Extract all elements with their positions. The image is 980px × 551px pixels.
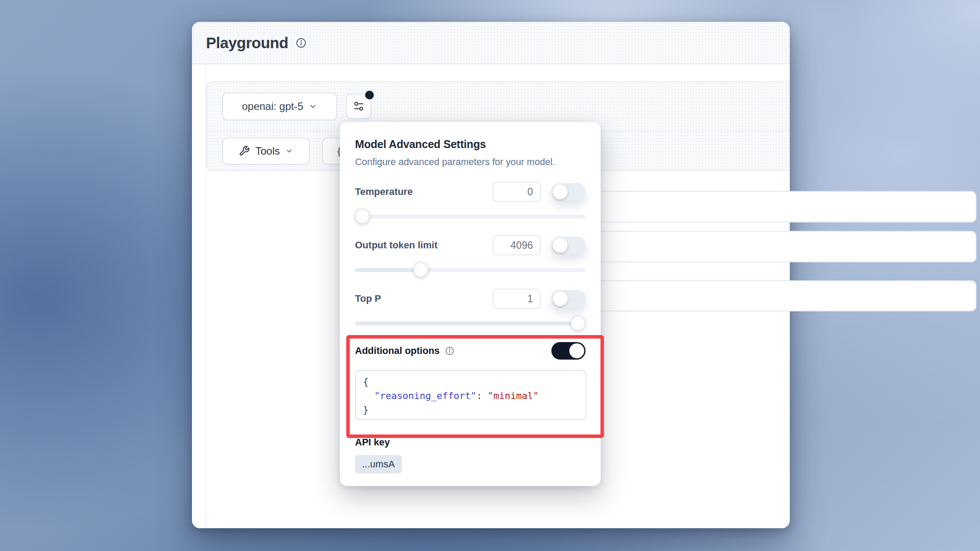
temperature-input[interactable] bbox=[493, 182, 541, 202]
info-icon[interactable] bbox=[445, 346, 454, 356]
model-settings-button[interactable] bbox=[346, 94, 371, 119]
code-open-brace: { bbox=[363, 376, 369, 387]
param-row-temperature: Temperature bbox=[355, 182, 586, 202]
code-key: "reasoning_effort" bbox=[374, 390, 476, 401]
settings-sliders-icon bbox=[353, 100, 365, 112]
model-advanced-settings-popover: Model Advanced Settings Configure advanc… bbox=[340, 122, 601, 486]
top-p-toggle[interactable] bbox=[551, 290, 586, 307]
top-p-input[interactable] bbox=[493, 289, 541, 309]
chevron-down-icon bbox=[309, 102, 317, 111]
popover-subtitle: Configure advanced parameters for your m… bbox=[355, 157, 586, 168]
api-key-label: API key bbox=[355, 437, 586, 448]
left-rail bbox=[192, 64, 206, 528]
temperature-toggle[interactable] bbox=[551, 183, 586, 201]
page-header: Playground bbox=[192, 22, 790, 64]
output-token-limit-label: Output token limit bbox=[355, 240, 482, 251]
code-indent bbox=[363, 390, 374, 401]
chevron-down-icon bbox=[285, 147, 293, 155]
additional-options-text: Additional options bbox=[355, 345, 440, 357]
slider-fill bbox=[355, 268, 421, 272]
settings-notification-dot bbox=[365, 91, 374, 99]
additional-options-label: Additional options bbox=[355, 345, 541, 357]
temperature-slider[interactable] bbox=[355, 209, 586, 224]
tools-button-label: Tools bbox=[255, 145, 280, 157]
tools-button[interactable]: Tools bbox=[222, 138, 310, 165]
info-icon[interactable] bbox=[295, 37, 307, 49]
toggle-knob bbox=[553, 238, 568, 253]
slider-thumb[interactable] bbox=[571, 316, 586, 331]
popover-title: Model Advanced Settings bbox=[355, 138, 586, 151]
toggle-knob bbox=[553, 184, 568, 199]
output-token-limit-toggle[interactable] bbox=[551, 237, 586, 254]
output-token-limit-input[interactable] bbox=[493, 235, 541, 255]
top-p-slider[interactable] bbox=[355, 316, 586, 331]
api-key-badge[interactable]: ...umsA bbox=[355, 455, 402, 473]
param-row-output-tokens: Output token limit bbox=[355, 235, 586, 255]
page-title: Playground bbox=[206, 34, 288, 52]
wrench-icon bbox=[239, 145, 250, 156]
output-token-limit-slider[interactable] bbox=[355, 262, 586, 277]
param-row-top-p: Top P bbox=[355, 289, 586, 309]
slider-thumb[interactable] bbox=[413, 262, 428, 277]
code-separator: : bbox=[476, 390, 488, 401]
temperature-label: Temperature bbox=[355, 186, 482, 198]
slider-thumb[interactable] bbox=[355, 209, 370, 224]
toggle-knob bbox=[553, 291, 568, 306]
additional-options-toggle[interactable] bbox=[551, 342, 586, 360]
slider-fill bbox=[355, 321, 578, 325]
additional-options-row: Additional options bbox=[355, 342, 586, 360]
model-selector-button[interactable]: openai: gpt-5 bbox=[222, 92, 337, 120]
model-selector-label: openai: gpt-5 bbox=[242, 100, 303, 113]
code-close-brace: } bbox=[363, 404, 369, 415]
slider-track bbox=[355, 215, 586, 219]
toggle-knob bbox=[569, 343, 584, 358]
top-p-label: Top P bbox=[355, 293, 482, 304]
additional-options-json-editor[interactable]: { "reasoning_effort": "minimal" } bbox=[355, 370, 586, 420]
code-value: "minimal" bbox=[488, 390, 539, 401]
